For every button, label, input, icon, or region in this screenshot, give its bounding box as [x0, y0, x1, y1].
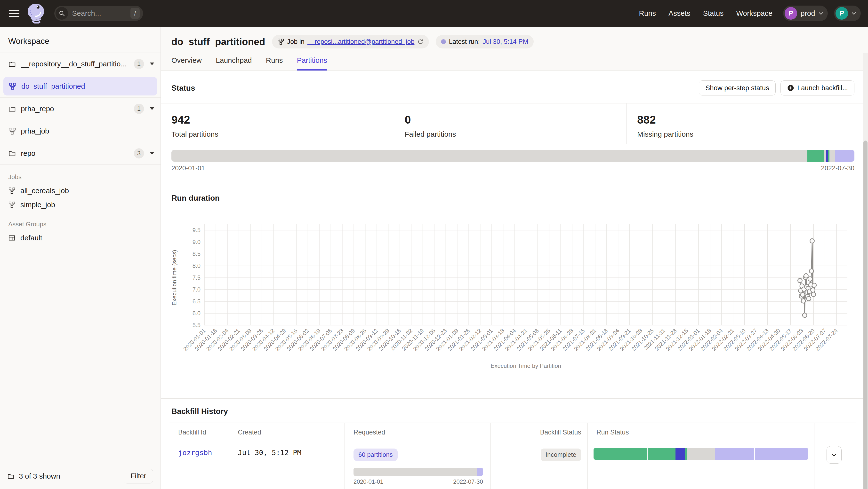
launch-backfill-button[interactable]: Launch backfill...	[780, 80, 855, 95]
col-requested: Requested	[344, 423, 491, 442]
chevron-down-icon	[818, 12, 824, 15]
table-row: jozrgsbh Jul 30, 5:12 PM 60 partitions 2…	[169, 442, 856, 489]
folder-icon	[8, 60, 16, 68]
bar-segment	[828, 150, 830, 162]
asset-group-icon	[8, 234, 16, 241]
requested-partition-bar	[353, 468, 483, 476]
backfill-id-link[interactable]: jozrgsbh	[178, 449, 212, 457]
col-backfill-id: Backfill Id	[169, 423, 229, 442]
latest-run-link[interactable]: Jul 30, 5:14 PM	[483, 38, 528, 45]
tab-bar: Overview Launchpad Runs Partitions	[172, 56, 855, 70]
backfill-status-badge: Incomplete	[541, 449, 581, 461]
bar-segment	[826, 150, 828, 162]
sidebar-item-do-stuff-partitioned[interactable]: do_stuff_partitioned	[3, 77, 157, 95]
shown-count: 3 of 3 shown	[19, 472, 60, 480]
sidebar-title: Workspace	[0, 27, 160, 53]
svg-text:Execution time (secs): Execution time (secs)	[171, 250, 178, 305]
page-header: do_stuff_partitioned Job in __reposi...a…	[161, 27, 868, 71]
requested-partitions-tag[interactable]: 60 partitions	[353, 449, 398, 461]
bar-segment	[685, 448, 687, 460]
row-range-end: 2022-07-30	[453, 478, 483, 485]
latest-run-label: Latest run:	[449, 38, 480, 45]
expand-caret-icon[interactable]	[150, 63, 154, 65]
bar-segment	[676, 448, 685, 460]
sidebar-item-simple-job[interactable]: simple_job	[0, 198, 160, 212]
dagster-logo[interactable]	[27, 3, 45, 24]
row-expand-button[interactable]	[827, 446, 842, 463]
job-in-label: Job in	[287, 38, 305, 45]
search-icon	[56, 7, 68, 20]
bar-segment	[715, 448, 754, 460]
run-duration-chart: 2020-01-012020-01-182020-02-042020-02-21…	[168, 204, 862, 374]
folder-icon	[7, 472, 14, 480]
topnav-link-assets[interactable]: Assets	[669, 9, 690, 18]
svg-text:9.5: 9.5	[192, 227, 200, 233]
sidebar-item-repo[interactable]: repo 3	[0, 142, 160, 165]
scrollbar-thumb[interactable]	[863, 140, 868, 489]
tab-launchpad[interactable]: Launchpad	[216, 56, 252, 70]
expand-caret-icon[interactable]	[150, 152, 154, 155]
expand-caret-icon[interactable]	[150, 107, 154, 110]
stat-failed-partitions: 0 Failed partitions	[394, 103, 626, 144]
folder-icon	[8, 150, 16, 157]
topnav-link-status[interactable]: Status	[703, 9, 723, 18]
deployment-switcher[interactable]: P prod	[783, 6, 828, 21]
workspace-sidebar: Workspace __repository__do_stuff_partiti…	[0, 27, 161, 489]
sidebar-item-prha-repo[interactable]: prha_repo 1	[0, 98, 160, 120]
filter-button[interactable]: Filter	[124, 469, 153, 483]
job-icon	[8, 127, 16, 135]
deployment-avatar: P	[784, 7, 797, 20]
count-badge: 1	[134, 104, 144, 114]
partition-status-bar	[172, 150, 855, 162]
search-shortcut-key: /	[130, 8, 140, 19]
deployment-name: prod	[801, 9, 815, 18]
latest-run-pill: Latest run: Jul 30, 5:14 PM	[436, 35, 533, 48]
range-end-date: 2022-07-30	[821, 165, 855, 172]
topnav-link-workspace[interactable]: Workspace	[736, 9, 772, 18]
col-backfill-status: Backfill Status	[491, 423, 587, 442]
range-start-date: 2020-01-01	[172, 165, 205, 172]
plus-circle-icon	[787, 84, 794, 92]
main-content: do_stuff_partitioned Job in __reposi...a…	[161, 27, 868, 489]
stat-total-partitions: 942 Total partitions	[161, 103, 394, 144]
page-title: do_stuff_partitioned	[172, 36, 265, 47]
job-icon	[8, 187, 16, 194]
sidebar-item-all-cereals-job[interactable]: all_cereals_job	[0, 184, 160, 198]
show-per-step-status-button[interactable]: Show per-step status	[699, 80, 776, 95]
folder-icon	[8, 105, 16, 113]
job-origin-pill: Job in __reposi...artitioned@partitioned…	[272, 35, 429, 48]
backfill-history-table: Backfill Id Created Requested Backfill S…	[169, 423, 856, 489]
user-avatar: P	[836, 7, 848, 20]
col-created: Created	[229, 423, 344, 442]
svg-text:6.5: 6.5	[192, 298, 200, 304]
tab-partitions[interactable]: Partitions	[297, 56, 327, 70]
count-badge: 3	[134, 148, 144, 159]
topnav-link-runs[interactable]: Runs	[639, 9, 656, 18]
job-icon	[8, 201, 16, 208]
sidebar-item-repository-do-stuff[interactable]: __repository__do_stuff_partitio... 1	[0, 53, 160, 75]
user-menu[interactable]: P	[834, 6, 861, 21]
menu-icon[interactable]	[9, 10, 20, 17]
repository-link[interactable]: __reposi...artitioned@partitioned_job	[307, 38, 414, 45]
scrollbar[interactable]	[863, 53, 868, 489]
top-nav-links: Runs Assets Status Workspace	[639, 9, 772, 18]
tab-runs[interactable]: Runs	[266, 56, 283, 70]
search-input[interactable]: Search... /	[54, 6, 143, 21]
job-icon	[9, 83, 17, 90]
col-run-status: Run Status	[587, 423, 814, 442]
run-status-bar	[593, 448, 808, 460]
backfill-history-title: Backfill History	[172, 407, 857, 416]
tab-overview[interactable]: Overview	[172, 56, 202, 70]
sidebar-footer: 3 of 3 shown Filter	[0, 463, 160, 489]
sidebar-item-default-asset-group[interactable]: default	[0, 231, 160, 245]
chevron-down-icon	[831, 453, 837, 457]
reload-icon[interactable]	[417, 38, 424, 45]
bar-segment	[648, 448, 676, 460]
bar-segment	[807, 150, 824, 162]
sidebar-item-prha-job[interactable]: prha_job	[0, 120, 160, 142]
svg-text:5.5: 5.5	[192, 322, 200, 328]
svg-text:9.0: 9.0	[192, 239, 200, 245]
stat-missing-partitions: 882 Missing partitions	[626, 103, 868, 144]
job-icon	[277, 38, 284, 45]
jobs-section-label: Jobs	[0, 165, 160, 184]
